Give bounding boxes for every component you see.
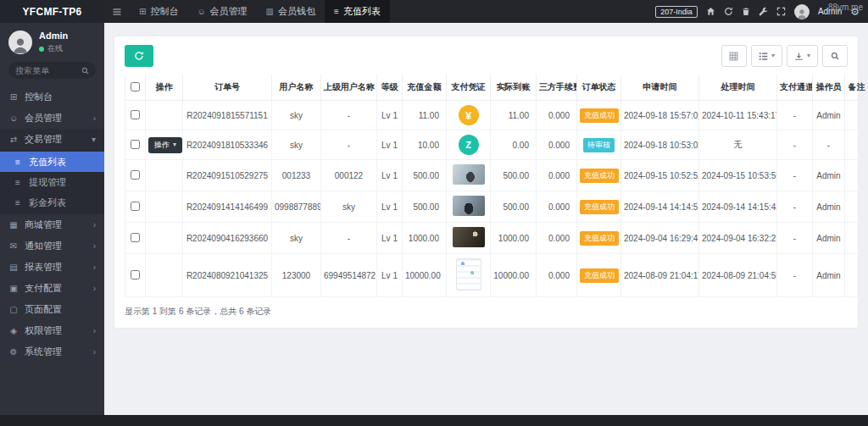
sidebar-item-auth[interactable]: ◈权限管理›: [0, 320, 104, 341]
chevron-right-icon: ›: [93, 347, 96, 357]
sidebar-item-mall[interactable]: ▦商城管理›: [0, 214, 104, 235]
row-action-button[interactable]: 操作▾: [148, 137, 182, 153]
apply-time-cell: 2024-09-04 16:29:47: [621, 223, 699, 254]
menu-icon[interactable]: [104, 0, 130, 23]
trash-icon[interactable]: [742, 7, 750, 16]
amount-cell: 500.00: [403, 160, 447, 191]
apply-time-cell: 2024-08-09 21:04:17: [621, 254, 699, 297]
table-view-icon: [729, 52, 738, 61]
dashboard-icon: ⊞: [8, 92, 19, 102]
user-status: 在线: [39, 43, 68, 54]
status-cell: 待审核: [577, 130, 621, 160]
remark-cell: [845, 191, 868, 223]
row-checkbox[interactable]: [131, 270, 140, 279]
column-header[interactable]: 申请时间: [621, 75, 699, 101]
sidebar-item-dashboard[interactable]: ⊞控制台: [0, 86, 104, 108]
order-status-badge: 充值成功: [580, 268, 619, 283]
remark-cell: [845, 254, 868, 297]
parent-username-cell: sky: [321, 191, 377, 223]
cash-voucher-icon[interactable]: ¥: [459, 105, 479, 125]
voucher-cell: [447, 254, 491, 297]
sidebar-item-label: 充值列表: [29, 156, 66, 169]
sidebar-item-system[interactable]: ⚙系统管理›: [0, 341, 104, 362]
column-header[interactable]: 三方手续费: [537, 75, 577, 101]
nav-tab-label: 会员钱包: [278, 5, 315, 18]
sidebar-item-label: 提现管理: [29, 176, 66, 189]
order-status-badge: 充值成功: [580, 169, 619, 183]
column-header[interactable]: 用户名称: [272, 75, 321, 101]
app-logo: YFCMF-TP6: [0, 0, 104, 23]
process-time-cell: 2024-08-09 21:04:55: [699, 254, 777, 297]
voucher-photo[interactable]: [456, 258, 481, 290]
row-checkbox[interactable]: [131, 110, 140, 119]
nav-tab-会员钱包[interactable]: ▥会员钱包: [257, 0, 325, 23]
refresh-icon[interactable]: [724, 7, 733, 16]
column-header[interactable]: 订单号: [183, 75, 272, 101]
action-cell: [146, 160, 183, 191]
row-checkbox[interactable]: [131, 170, 140, 180]
sidebar-item-report[interactable]: ▤报表管理›: [0, 257, 104, 278]
refresh-button[interactable]: [125, 45, 153, 67]
sidebar-item-recharge-list[interactable]: ≡充值列表: [0, 152, 104, 172]
voucher-cell: [447, 223, 491, 254]
fee-cell: 0.000: [537, 223, 577, 254]
column-header[interactable]: 等级: [377, 75, 403, 101]
table-view-button[interactable]: [721, 45, 747, 67]
voucher-photo[interactable]: [453, 196, 485, 216]
sidebar-item-members[interactable]: ☺会员管理›: [0, 108, 104, 129]
columns-button[interactable]: ▾: [751, 45, 782, 67]
operator-cell: Admin: [813, 254, 845, 297]
order-no-cell: R2024091815571151: [183, 101, 272, 130]
column-header[interactable]: 订单状态: [577, 75, 621, 101]
app-root: YFCMF-TP6 Admin 在线 ⊞控制台☺会员管理›⇄交易管理▾≡充值列表…: [0, 0, 868, 426]
table-row: R2024091510529275001233000122Lv 1500.005…: [125, 160, 868, 191]
expand-icon[interactable]: [776, 7, 786, 16]
sidebar-item-page[interactable]: ▢页面配置: [0, 299, 104, 320]
chevron-right-icon: ›: [93, 326, 96, 335]
sidebar-item-label: 权限管理: [25, 324, 62, 337]
sidebar-item-label: 页面配置: [25, 303, 62, 316]
column-header[interactable]: 操作: [146, 75, 183, 101]
region-badge[interactable]: 207-India: [655, 6, 698, 18]
search-button[interactable]: [822, 45, 848, 67]
users-icon: ☺: [8, 113, 19, 123]
payment-app-voucher-icon[interactable]: Z: [459, 135, 479, 155]
column-header[interactable]: 实际到账: [491, 75, 537, 101]
column-header[interactable]: 充值金额: [403, 75, 447, 101]
order-no-cell: R2024091414146499: [183, 191, 272, 223]
export-button[interactable]: ▾: [787, 45, 818, 67]
sidebar-item-bonus[interactable]: ≡彩金列表: [0, 192, 104, 213]
select-all-checkbox[interactable]: [131, 82, 140, 91]
sidebar-item-trade[interactable]: ⇄交易管理▾: [0, 129, 104, 150]
menu-search-input[interactable]: [15, 66, 78, 75]
nav-tab-充值列表[interactable]: ≡充值列表: [325, 0, 390, 23]
sidebar-item-withdraw[interactable]: ≡提现管理: [0, 172, 104, 192]
row-select-cell: [125, 191, 146, 223]
user-avatar: [8, 30, 32, 54]
sidebar-item-label: 交易管理: [25, 133, 62, 146]
column-header[interactable]: 支付凭证: [447, 75, 491, 101]
exchange-icon: ⇄: [8, 135, 19, 144]
home-icon[interactable]: [706, 7, 715, 16]
column-header[interactable]: 操作员: [813, 75, 845, 101]
amount-cell: 10.00: [403, 130, 447, 160]
sidebar-item-label: 会员管理: [25, 112, 62, 124]
column-header[interactable]: 支付通道: [777, 75, 813, 101]
voucher-photo[interactable]: [453, 227, 485, 247]
wrench-icon[interactable]: [759, 7, 768, 16]
level-cell: Lv 1: [377, 191, 403, 223]
navbar-avatar[interactable]: [794, 4, 810, 19]
nav-tab-控制台[interactable]: ⊞控制台: [130, 0, 187, 23]
column-header[interactable]: 备注: [845, 75, 868, 101]
row-checkbox[interactable]: [131, 140, 140, 149]
parent-username-cell: 000122: [321, 160, 377, 191]
voucher-photo[interactable]: [453, 164, 485, 185]
column-header[interactable]: 上级用户名称: [321, 75, 377, 101]
sidebar-item-payment[interactable]: ▣支付配置›: [0, 278, 104, 299]
column-header[interactable]: 处理时间: [699, 75, 777, 101]
nav-tab-会员管理[interactable]: ☺会员管理: [187, 0, 256, 23]
row-checkbox[interactable]: [131, 202, 140, 211]
amount-cell: 10000.00: [403, 254, 447, 297]
row-checkbox[interactable]: [131, 233, 140, 242]
sidebar-item-notice[interactable]: ✉通知管理›: [0, 235, 104, 257]
